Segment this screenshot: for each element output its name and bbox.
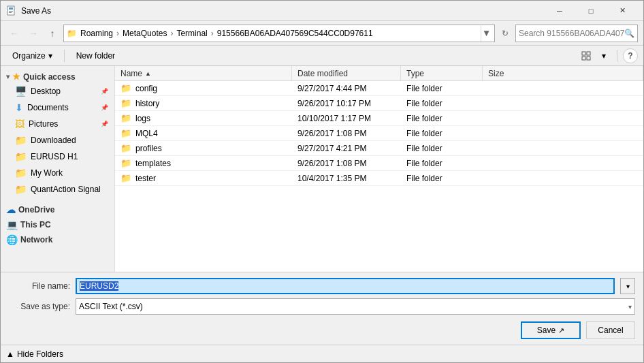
close-button[interactable]: ✕ — [607, 1, 638, 21]
crumb-roaming[interactable]: Roaming — [78, 28, 115, 39]
svg-rect-0 — [7, 6, 14, 15]
cursor-indicator: ↗ — [558, 326, 564, 335]
thispc-header[interactable]: 💻 This PC — [1, 217, 114, 232]
file-date: 10/4/2017 1:35 PM — [292, 171, 401, 185]
bottom-bar: File name: ▾ Save as type: ASCII Text (*… — [1, 272, 643, 345]
savetype-dropdown-arrow: ▾ — [628, 303, 632, 311]
file-type: File folder — [401, 96, 483, 110]
forward-button[interactable]: → — [25, 25, 42, 42]
file-size — [483, 156, 643, 170]
table-row[interactable]: 📁 tester 10/4/2017 1:35 PM File folder — [115, 171, 643, 186]
file-name: templates — [135, 159, 171, 168]
quick-access-label: Quick access — [23, 72, 76, 82]
back-button[interactable]: ← — [6, 25, 22, 42]
maximize-button[interactable]: □ — [575, 1, 607, 21]
sidebar-item-downloaded[interactable]: 📁 Downloaded — [1, 132, 114, 148]
sidebar-item-desktop[interactable]: 🖥️ Desktop 📌 — [1, 83, 114, 99]
downloaded-icon: 📁 — [15, 135, 27, 146]
file-size — [483, 141, 643, 155]
file-date: 9/26/2017 10:17 PM — [292, 96, 401, 110]
quick-access-header[interactable]: ▾ ★ Quick access — [1, 69, 114, 83]
svg-rect-4 — [582, 52, 585, 55]
file-date: 9/27/2017 4:44 PM — [292, 81, 401, 95]
svg-rect-6 — [582, 57, 585, 60]
search-icon: 🔍 — [624, 29, 634, 38]
file-name: logs — [135, 114, 150, 123]
onedrive-label: OneDrive — [18, 205, 54, 215]
file-size — [483, 126, 643, 140]
col-header-size[interactable]: Size — [483, 66, 643, 80]
thispc-icon: 💻 — [6, 219, 18, 230]
main-content: ▾ ★ Quick access 🖥️ Desktop 📌 ⬇ Document… — [1, 66, 643, 272]
quantaction-icon: 📁 — [15, 184, 27, 195]
up-button[interactable]: ↑ — [44, 25, 61, 42]
organize-button[interactable]: Organize ▾ — [6, 48, 59, 63]
hide-folders-label: Hide Folders — [17, 349, 63, 359]
sidebar-item-quantaction-label: QuantAction Signal — [31, 185, 101, 194]
file-type: File folder — [401, 81, 483, 95]
sidebar-item-quantaction[interactable]: 📁 QuantAction Signal — [1, 181, 114, 198]
window-controls: ─ □ ✕ — [544, 1, 638, 21]
folder-icon: 📁 — [120, 98, 131, 108]
mywork-icon: 📁 — [15, 168, 27, 178]
svg-rect-7 — [587, 57, 590, 60]
file-list-area: Name ▲ Date modified Type Size 📁 config — [115, 66, 643, 272]
filename-label: File name: — [9, 281, 70, 291]
search-box: 🔍 — [515, 25, 638, 42]
save-label: Save — [537, 326, 556, 335]
table-row[interactable]: 📁 logs 10/10/2017 1:17 PM File folder — [115, 111, 643, 126]
view-dropdown-button[interactable]: ▾ — [596, 48, 611, 63]
svg-rect-2 — [9, 11, 13, 12]
sort-indicator: ▲ — [145, 70, 151, 77]
crumb-metaquotes[interactable]: MetaQuotes — [120, 28, 169, 39]
folder-icon: 📁 — [120, 113, 131, 123]
savetype-select[interactable]: ASCII Text (*.csv) ▾ — [76, 298, 635, 315]
hide-folders-bar[interactable]: ▲ Hide Folders — [1, 345, 643, 362]
sidebar-item-eurusd[interactable]: 📁 EURUSD H1 — [1, 148, 114, 165]
savetype-label: Save as type: — [9, 302, 70, 311]
address-dropdown-button[interactable]: ▼ — [481, 25, 492, 42]
sidebar-item-desktop-label: Desktop — [31, 86, 61, 96]
table-row[interactable]: 📁 config 9/27/2017 4:44 PM File folder — [115, 81, 643, 96]
refresh-button[interactable]: ↻ — [498, 26, 513, 41]
cancel-button[interactable]: Cancel — [586, 321, 635, 339]
navigation-toolbar: ← → ↑ 📁 Roaming › MetaQuotes › Terminal … — [1, 21, 643, 46]
crumb-guid[interactable]: 915566BA06ADA407569C544CC0D97611 — [215, 28, 375, 39]
network-header[interactable]: 🌐 Network — [1, 232, 114, 247]
save-as-dialog: Save As ─ □ ✕ ← → ↑ 📁 Roaming › MetaQuot… — [0, 0, 644, 363]
crumb-terminal[interactable]: Terminal — [174, 28, 209, 39]
title-bar: Save As ─ □ ✕ — [1, 1, 643, 21]
col-header-type[interactable]: Type — [401, 66, 483, 80]
file-type: File folder — [401, 126, 483, 140]
filename-dropdown-button[interactable]: ▾ — [620, 278, 635, 294]
col-header-name[interactable]: Name ▲ — [115, 66, 292, 80]
filename-row: File name: ▾ — [9, 278, 635, 294]
folder-icon-small: 📁 — [67, 29, 77, 38]
sidebar-item-documents[interactable]: ⬇ Documents 📌 — [1, 99, 114, 116]
svg-rect-5 — [587, 52, 590, 55]
quick-access-chevron: ▾ — [6, 73, 10, 80]
table-row[interactable]: 📁 history 9/26/2017 10:17 PM File folder — [115, 96, 643, 111]
address-bar[interactable]: 📁 Roaming › MetaQuotes › Terminal › 9155… — [63, 25, 495, 42]
table-row[interactable]: 📁 profiles 9/27/2017 4:21 PM File folder — [115, 141, 643, 156]
minimize-button[interactable]: ─ — [544, 1, 575, 21]
folder-icon: 📁 — [120, 158, 131, 168]
new-folder-button[interactable]: New folder — [70, 48, 121, 63]
view-button[interactable] — [579, 48, 594, 63]
table-row[interactable]: 📁 templates 9/26/2017 1:08 PM File folde… — [115, 156, 643, 171]
save-button[interactable]: Save ↗ — [521, 321, 581, 339]
onedrive-icon: ☁ — [6, 204, 16, 215]
sidebar-item-pictures[interactable]: 🖼 Pictures 📌 — [1, 116, 114, 132]
file-type: File folder — [401, 141, 483, 155]
col-header-date[interactable]: Date modified — [292, 66, 401, 80]
help-button[interactable]: ? — [623, 48, 638, 63]
sidebar-item-downloaded-label: Downloaded — [31, 136, 76, 145]
filename-input[interactable] — [76, 278, 615, 294]
breadcrumb: 📁 Roaming › MetaQuotes › Terminal › 9155… — [67, 28, 375, 39]
search-input[interactable] — [519, 29, 624, 38]
onedrive-header[interactable]: ☁ OneDrive — [1, 202, 114, 217]
sidebar-item-mywork[interactable]: 📁 My Work — [1, 165, 114, 181]
table-row[interactable]: 📁 MQL4 9/26/2017 1:08 PM File folder — [115, 126, 643, 141]
bottom-buttons: Save ↗ Cancel — [9, 319, 635, 339]
organize-label: Organize — [12, 51, 46, 61]
